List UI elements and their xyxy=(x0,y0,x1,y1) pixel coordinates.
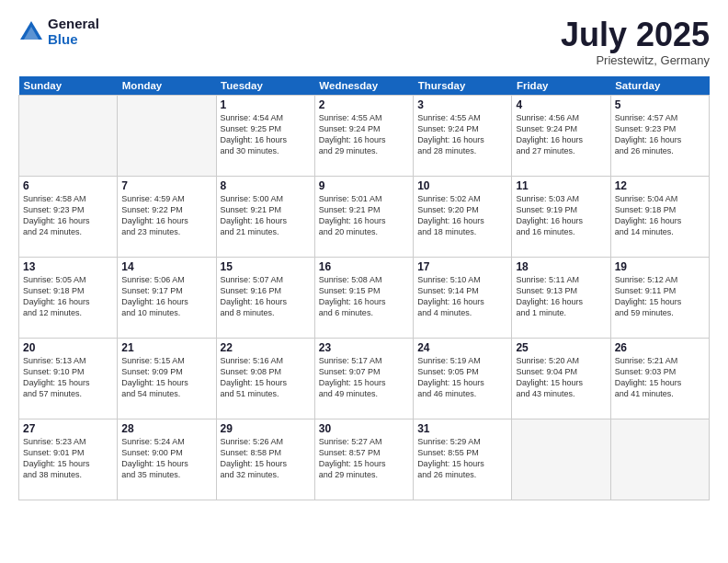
day-header-tuesday: Tuesday xyxy=(216,76,314,96)
cal-cell: 12Sunrise: 5:04 AM Sunset: 9:18 PM Dayli… xyxy=(610,176,709,257)
cell-info: Sunrise: 5:05 AM Sunset: 9:18 PM Dayligh… xyxy=(23,274,113,319)
cal-cell: 29Sunrise: 5:26 AM Sunset: 8:58 PM Dayli… xyxy=(216,419,314,500)
day-number: 13 xyxy=(23,260,113,273)
cal-cell: 15Sunrise: 5:07 AM Sunset: 9:16 PM Dayli… xyxy=(216,257,314,338)
week-row-2: 6Sunrise: 4:58 AM Sunset: 9:23 PM Daylig… xyxy=(19,176,710,257)
day-number: 4 xyxy=(516,98,606,111)
day-number: 22 xyxy=(221,341,311,354)
logo-general: General xyxy=(48,17,99,32)
day-number: 31 xyxy=(417,422,507,435)
cal-cell: 26Sunrise: 5:21 AM Sunset: 9:03 PM Dayli… xyxy=(610,338,709,419)
cell-info: Sunrise: 5:01 AM Sunset: 9:21 PM Dayligh… xyxy=(319,193,409,238)
cal-cell: 14Sunrise: 5:06 AM Sunset: 9:17 PM Dayli… xyxy=(118,257,216,338)
cell-info: Sunrise: 5:02 AM Sunset: 9:20 PM Dayligh… xyxy=(417,193,507,238)
day-number: 1 xyxy=(221,98,311,111)
cell-info: Sunrise: 5:07 AM Sunset: 9:16 PM Dayligh… xyxy=(221,274,311,319)
cal-cell: 13Sunrise: 5:05 AM Sunset: 9:18 PM Dayli… xyxy=(19,257,118,338)
cell-info: Sunrise: 5:19 AM Sunset: 9:05 PM Dayligh… xyxy=(417,355,507,400)
day-number: 3 xyxy=(417,98,507,111)
day-header-friday: Friday xyxy=(512,76,610,96)
day-number: 26 xyxy=(615,341,705,354)
cell-info: Sunrise: 5:12 AM Sunset: 9:11 PM Dayligh… xyxy=(615,274,705,319)
cell-info: Sunrise: 5:04 AM Sunset: 9:18 PM Dayligh… xyxy=(615,193,705,238)
cal-cell: 10Sunrise: 5:02 AM Sunset: 9:20 PM Dayli… xyxy=(414,176,512,257)
cell-info: Sunrise: 4:55 AM Sunset: 9:24 PM Dayligh… xyxy=(417,112,507,157)
cal-cell: 30Sunrise: 5:27 AM Sunset: 8:57 PM Dayli… xyxy=(314,419,413,500)
cal-cell: 31Sunrise: 5:29 AM Sunset: 8:55 PM Dayli… xyxy=(414,419,512,500)
day-number: 15 xyxy=(221,260,311,273)
cell-info: Sunrise: 5:00 AM Sunset: 9:21 PM Dayligh… xyxy=(221,193,311,238)
cal-cell: 4Sunrise: 4:56 AM Sunset: 9:24 PM Daylig… xyxy=(512,95,610,176)
day-header-wednesday: Wednesday xyxy=(314,76,413,96)
cell-info: Sunrise: 5:15 AM Sunset: 9:09 PM Dayligh… xyxy=(121,355,211,400)
day-number: 30 xyxy=(319,422,409,435)
day-number: 20 xyxy=(23,341,113,354)
cell-info: Sunrise: 5:11 AM Sunset: 9:13 PM Dayligh… xyxy=(516,274,606,319)
cal-cell: 25Sunrise: 5:20 AM Sunset: 9:04 PM Dayli… xyxy=(512,338,610,419)
cal-cell xyxy=(118,95,216,176)
day-number: 27 xyxy=(23,422,113,435)
cal-cell: 7Sunrise: 4:59 AM Sunset: 9:22 PM Daylig… xyxy=(118,176,216,257)
cal-cell: 18Sunrise: 5:11 AM Sunset: 9:13 PM Dayli… xyxy=(512,257,610,338)
day-number: 28 xyxy=(121,422,211,435)
day-number: 17 xyxy=(417,260,507,273)
cell-info: Sunrise: 4:56 AM Sunset: 9:24 PM Dayligh… xyxy=(516,112,606,157)
logo-blue: Blue xyxy=(48,32,99,48)
cell-info: Sunrise: 5:03 AM Sunset: 9:19 PM Dayligh… xyxy=(516,193,606,238)
week-row-3: 13Sunrise: 5:05 AM Sunset: 9:18 PM Dayli… xyxy=(19,257,710,338)
day-number: 21 xyxy=(121,341,211,354)
cell-info: Sunrise: 4:54 AM Sunset: 9:25 PM Dayligh… xyxy=(221,112,311,157)
day-header-sunday: Sunday xyxy=(19,76,118,96)
cal-cell: 23Sunrise: 5:17 AM Sunset: 9:07 PM Dayli… xyxy=(314,338,413,419)
day-number: 11 xyxy=(516,179,606,192)
header: General Blue July 2025 Priestewitz, Germ… xyxy=(18,17,710,67)
cell-info: Sunrise: 4:55 AM Sunset: 9:24 PM Dayligh… xyxy=(319,112,409,157)
cal-cell: 3Sunrise: 4:55 AM Sunset: 9:24 PM Daylig… xyxy=(414,95,512,176)
day-number: 14 xyxy=(121,260,211,273)
week-row-1: 1Sunrise: 4:54 AM Sunset: 9:25 PM Daylig… xyxy=(19,95,710,176)
cal-cell: 22Sunrise: 5:16 AM Sunset: 9:08 PM Dayli… xyxy=(216,338,314,419)
page: General Blue July 2025 Priestewitz, Germ… xyxy=(0,0,728,563)
day-number: 9 xyxy=(319,179,409,192)
cell-info: Sunrise: 5:13 AM Sunset: 9:10 PM Dayligh… xyxy=(23,355,113,400)
cal-cell xyxy=(512,419,610,500)
header-row: SundayMondayTuesdayWednesdayThursdayFrid… xyxy=(19,76,710,96)
cell-info: Sunrise: 5:27 AM Sunset: 8:57 PM Dayligh… xyxy=(319,436,409,481)
logo: General Blue xyxy=(18,17,99,47)
day-header-monday: Monday xyxy=(118,76,216,96)
day-header-thursday: Thursday xyxy=(414,76,512,96)
day-header-saturday: Saturday xyxy=(610,76,709,96)
logo-text: General Blue xyxy=(48,17,99,47)
day-number: 2 xyxy=(319,98,409,111)
cal-cell: 5Sunrise: 4:57 AM Sunset: 9:23 PM Daylig… xyxy=(610,95,709,176)
cal-cell: 1Sunrise: 4:54 AM Sunset: 9:25 PM Daylig… xyxy=(216,95,314,176)
location: Priestewitz, Germany xyxy=(561,53,710,67)
cell-info: Sunrise: 5:24 AM Sunset: 9:00 PM Dayligh… xyxy=(121,436,211,481)
cell-info: Sunrise: 5:06 AM Sunset: 9:17 PM Dayligh… xyxy=(121,274,211,319)
calendar-table: SundayMondayTuesdayWednesdayThursdayFrid… xyxy=(18,76,710,500)
cell-info: Sunrise: 4:59 AM Sunset: 9:22 PM Dayligh… xyxy=(121,193,211,238)
day-number: 16 xyxy=(319,260,409,273)
cal-cell: 17Sunrise: 5:10 AM Sunset: 9:14 PM Dayli… xyxy=(414,257,512,338)
cell-info: Sunrise: 5:10 AM Sunset: 9:14 PM Dayligh… xyxy=(417,274,507,319)
week-row-5: 27Sunrise: 5:23 AM Sunset: 9:01 PM Dayli… xyxy=(19,419,710,500)
day-number: 8 xyxy=(221,179,311,192)
cal-cell: 28Sunrise: 5:24 AM Sunset: 9:00 PM Dayli… xyxy=(118,419,216,500)
day-number: 10 xyxy=(417,179,507,192)
week-row-4: 20Sunrise: 5:13 AM Sunset: 9:10 PM Dayli… xyxy=(19,338,710,419)
day-number: 7 xyxy=(121,179,211,192)
cell-info: Sunrise: 5:29 AM Sunset: 8:55 PM Dayligh… xyxy=(417,436,507,481)
cal-cell: 11Sunrise: 5:03 AM Sunset: 9:19 PM Dayli… xyxy=(512,176,610,257)
day-number: 12 xyxy=(615,179,705,192)
cell-info: Sunrise: 5:23 AM Sunset: 9:01 PM Dayligh… xyxy=(23,436,113,481)
title-block: July 2025 Priestewitz, Germany xyxy=(561,17,710,67)
cell-info: Sunrise: 4:58 AM Sunset: 9:23 PM Dayligh… xyxy=(23,193,113,238)
cal-cell: 6Sunrise: 4:58 AM Sunset: 9:23 PM Daylig… xyxy=(19,176,118,257)
cal-cell: 21Sunrise: 5:15 AM Sunset: 9:09 PM Dayli… xyxy=(118,338,216,419)
day-number: 6 xyxy=(23,179,113,192)
day-number: 23 xyxy=(319,341,409,354)
cal-cell: 16Sunrise: 5:08 AM Sunset: 9:15 PM Dayli… xyxy=(314,257,413,338)
cal-cell: 2Sunrise: 4:55 AM Sunset: 9:24 PM Daylig… xyxy=(314,95,413,176)
cell-info: Sunrise: 5:17 AM Sunset: 9:07 PM Dayligh… xyxy=(319,355,409,400)
day-number: 5 xyxy=(615,98,705,111)
